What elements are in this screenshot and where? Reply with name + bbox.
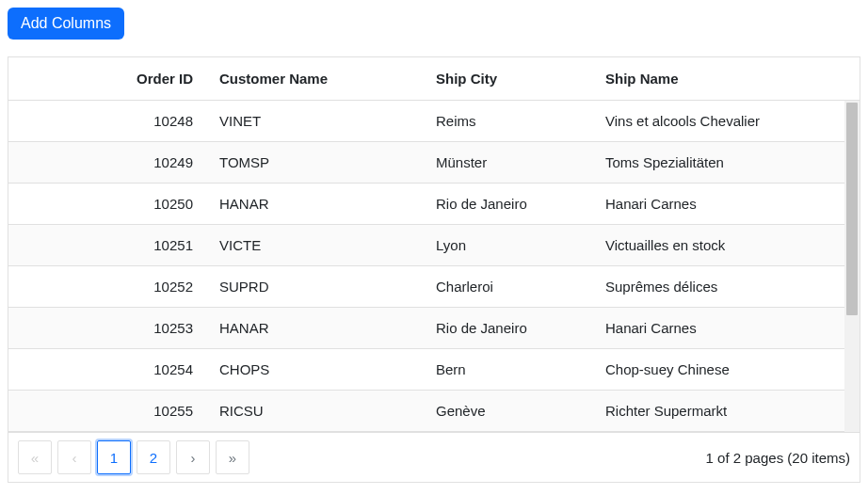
table-row[interactable]: 10253HANARRio de JaneiroHanari Carnes — [8, 308, 844, 349]
pager-prev-button[interactable]: ‹ — [57, 440, 91, 474]
cell-order-id: 10254 — [65, 350, 206, 389]
cell-customer-name: SUPRD — [206, 267, 423, 306]
table-row[interactable]: 10248VINETReimsVins et alcools Chevalier — [8, 101, 844, 142]
row-checkbox-cell — [8, 234, 65, 257]
header-order-id[interactable]: Order ID — [65, 57, 206, 100]
cell-order-id: 10255 — [65, 391, 206, 430]
cell-order-id: 10250 — [65, 184, 206, 223]
pager-buttons: « ‹ 12 › » — [18, 440, 249, 474]
scrollbar-thumb[interactable] — [846, 103, 858, 315]
row-checkbox-cell — [8, 152, 65, 174]
first-page-icon: « — [31, 450, 39, 466]
cell-ship-name: Toms Spezialitäten — [592, 143, 844, 182]
pager-page-1-button[interactable]: 1 — [97, 440, 131, 474]
cell-order-id: 10252 — [65, 267, 206, 306]
cell-ship-city: Reims — [423, 102, 592, 140]
cell-ship-city: Bern — [423, 350, 592, 389]
cell-customer-name: HANAR — [206, 309, 423, 347]
row-checkbox-cell — [8, 317, 65, 340]
cell-customer-name: RICSU — [206, 391, 423, 430]
data-grid: Order ID Customer Name Ship City Ship Na… — [8, 56, 860, 483]
prev-page-icon: ‹ — [72, 450, 77, 466]
cell-customer-name: VINET — [206, 102, 423, 140]
table-row[interactable]: 10249TOMSPMünsterToms Spezialitäten — [8, 142, 844, 184]
cell-ship-name: Suprêmes délices — [592, 267, 844, 306]
cell-ship-name: Hanari Carnes — [592, 309, 844, 347]
row-checkbox-cell — [8, 359, 65, 381]
pager: « ‹ 12 › » 1 of 2 pages (20 items) — [8, 432, 860, 482]
pager-last-button[interactable]: » — [216, 440, 249, 474]
row-checkbox-cell — [8, 193, 65, 216]
cell-order-id: 10249 — [65, 143, 206, 182]
cell-ship-name: Chop-suey Chinese — [592, 350, 844, 389]
cell-ship-city: Genève — [423, 391, 592, 430]
table-row[interactable]: 10250HANARRio de JaneiroHanari Carnes — [8, 184, 844, 225]
table-row[interactable]: 10251VICTELyonVictuailles en stock — [8, 225, 844, 266]
cell-ship-city: Charleroi — [423, 267, 592, 306]
cell-ship-name: Victuailles en stock — [592, 226, 844, 264]
cell-customer-name: TOMSP — [206, 143, 423, 182]
pager-info: 1 of 2 pages (20 items) — [706, 450, 850, 466]
cell-order-id: 10248 — [65, 102, 206, 140]
header-ship-city[interactable]: Ship City — [423, 57, 592, 100]
next-page-icon: › — [191, 450, 196, 466]
cell-order-id: 10251 — [65, 226, 206, 264]
cell-ship-name: Richter Supermarkt — [592, 391, 844, 430]
scrollbar[interactable] — [844, 101, 860, 432]
cell-customer-name: VICTE — [206, 226, 423, 264]
cell-ship-name: Vins et alcools Chevalier — [592, 102, 844, 140]
row-checkbox-cell — [8, 276, 65, 298]
cell-ship-city: Rio de Janeiro — [423, 309, 592, 347]
cell-ship-name: Hanari Carnes — [592, 184, 844, 223]
header-ship-name[interactable]: Ship Name — [592, 57, 860, 100]
grid-body: 10248VINETReimsVins et alcools Chevalier… — [8, 101, 860, 432]
add-columns-button[interactable]: Add Columns — [8, 8, 124, 40]
header-checkbox-col — [8, 57, 65, 100]
pager-next-button[interactable]: › — [176, 440, 210, 474]
table-row[interactable]: 10252SUPRDCharleroiSuprêmes délices — [8, 266, 844, 308]
cell-customer-name: CHOPS — [206, 350, 423, 389]
cell-ship-city: Lyon — [423, 226, 592, 264]
last-page-icon: » — [229, 450, 236, 466]
row-checkbox-cell — [8, 110, 65, 133]
header-customer-name[interactable]: Customer Name — [206, 57, 423, 100]
row-checkbox-cell — [8, 400, 65, 423]
grid-header-row: Order ID Customer Name Ship City Ship Na… — [8, 57, 860, 101]
cell-customer-name: HANAR — [206, 184, 423, 223]
pager-first-button[interactable]: « — [18, 440, 52, 474]
cell-order-id: 10253 — [65, 309, 206, 347]
cell-ship-city: Münster — [423, 143, 592, 182]
table-row[interactable]: 10254CHOPSBernChop-suey Chinese — [8, 349, 844, 391]
pager-page-2-button[interactable]: 2 — [137, 440, 170, 474]
table-row[interactable]: 10255RICSUGenèveRichter Supermarkt — [8, 391, 844, 432]
cell-ship-city: Rio de Janeiro — [423, 184, 592, 223]
